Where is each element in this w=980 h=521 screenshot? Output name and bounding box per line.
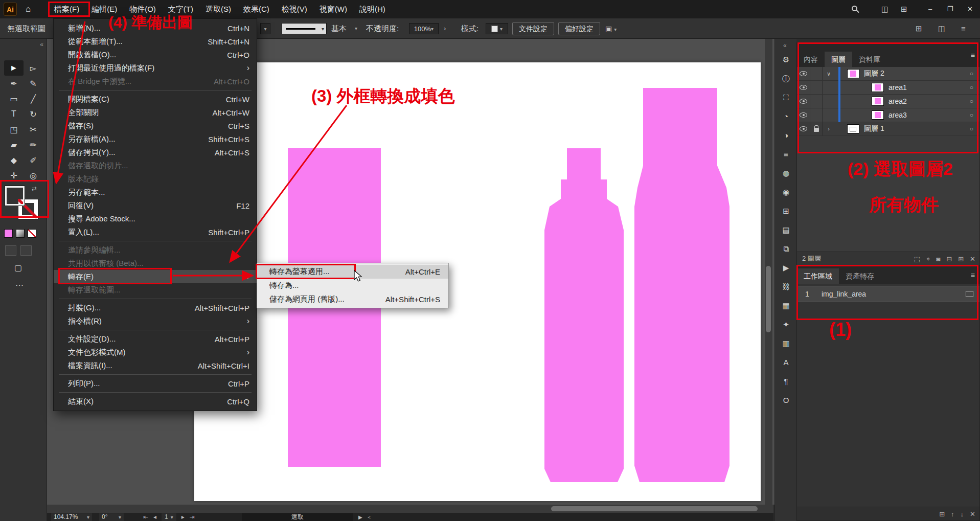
- horizontal-scrollbar[interactable]: [47, 505, 773, 513]
- gradient-tool[interactable]: ◆: [4, 152, 24, 168]
- file-menu-item[interactable]: 新增(N)...Ctrl+N: [54, 21, 257, 35]
- lock-toggle[interactable]: [810, 108, 823, 122]
- lock-toggle[interactable]: [810, 95, 823, 108]
- edit-toolbar-icon[interactable]: ⋯: [15, 280, 25, 290]
- lock-toggle[interactable]: [810, 81, 823, 94]
- artboards-panel-icon[interactable]: ▦: [780, 300, 792, 311]
- file-menu-item[interactable]: 全部關閉Alt+Ctrl+W: [54, 106, 257, 119]
- menu-type[interactable]: 文字(T): [162, 0, 199, 18]
- scissors-tool[interactable]: ✂: [24, 122, 43, 137]
- stroke-panel-icon[interactable]: ≡: [780, 149, 792, 160]
- pencil-tool[interactable]: ✏: [24, 137, 43, 152]
- swap-fill-stroke-icon[interactable]: ⇄: [32, 185, 37, 192]
- layer-row[interactable]: area3○: [797, 108, 979, 122]
- new-artboard-icon[interactable]: ⊞: [939, 507, 945, 521]
- layer-row[interactable]: area2○: [797, 95, 979, 108]
- delete-layer-icon[interactable]: ✕: [970, 252, 975, 266]
- file-menu-item[interactable]: 開啟舊檔(O)...Ctrl+O: [54, 48, 257, 61]
- character-panel-icon[interactable]: A: [780, 357, 792, 368]
- move-up-icon[interactable]: ↑: [951, 507, 954, 521]
- brush-definition-dropdown[interactable]: 基本: [331, 18, 347, 39]
- new-layer-icon[interactable]: ⊞: [958, 252, 964, 266]
- visibility-toggle[interactable]: [797, 122, 810, 135]
- preferences-button[interactable]: 偏好設定: [558, 22, 600, 35]
- visibility-toggle[interactable]: [797, 81, 810, 94]
- file-menu-item[interactable]: 儲存拷貝(Y)...Alt+Ctrl+S: [54, 146, 257, 159]
- file-menu-item[interactable]: 關閉檔案(C)Ctrl+W: [54, 93, 257, 106]
- prev-artboard-button[interactable]: ◂: [153, 513, 156, 520]
- menu-edit[interactable]: 編輯(E): [85, 0, 123, 18]
- panel-menu-icon[interactable]: ≡: [971, 51, 975, 59]
- curvature-tool[interactable]: ✎: [24, 76, 43, 91]
- opacity-value-dropdown[interactable]: 100%▾: [409, 23, 439, 34]
- chevron-right-icon[interactable]: ›: [825, 126, 833, 132]
- file-menu-item[interactable]: 轉存(E)›: [54, 270, 257, 283]
- layers-tab-2[interactable]: 資料庫: [852, 52, 887, 67]
- target-circle[interactable]: ○: [970, 125, 973, 132]
- layers-tab-1[interactable]: 圖層: [825, 52, 852, 67]
- stroke-weight-dropdown[interactable]: ▾: [260, 23, 270, 34]
- zoom-level-dropdown[interactable]: 104.17%▾: [51, 513, 92, 521]
- transform-panel-icon[interactable]: ⛶: [780, 92, 792, 103]
- artboards-tab-0[interactable]: 工作區域: [797, 268, 839, 284]
- menu-select[interactable]: 選取(S): [199, 0, 237, 18]
- locate-object-icon[interactable]: ⌖: [926, 252, 930, 266]
- color-panel-icon[interactable]: ◔: [780, 111, 792, 122]
- export-submenu-item[interactable]: 轉存為螢幕適用...Alt+Ctrl+E: [257, 265, 448, 279]
- hand-tool[interactable]: ✛: [4, 168, 24, 183]
- paintbrush-tool[interactable]: ✐: [24, 152, 43, 168]
- menu-help[interactable]: 說明(H): [353, 0, 392, 18]
- draw-behind-mode-button[interactable]: [20, 245, 32, 256]
- info-panel-icon[interactable]: ⓘ: [780, 73, 792, 84]
- menu-object[interactable]: 物件(O): [123, 0, 162, 18]
- visibility-toggle[interactable]: [797, 67, 810, 80]
- screen-mode-icon[interactable]: ▢: [14, 263, 22, 273]
- workspace-switcher-icon[interactable]: ⊞: [901, 0, 907, 18]
- layers-tab-0[interactable]: 內容: [797, 52, 825, 67]
- shaper-tool[interactable]: ▰: [4, 137, 24, 152]
- appearance-panel-icon[interactable]: ◉: [780, 187, 792, 197]
- export-submenu-item[interactable]: 儲存為網頁用 (舊版)...Alt+Shift+Ctrl+S: [257, 292, 448, 306]
- layer-row[interactable]: area1○: [797, 81, 979, 95]
- control-bar-menu-icon[interactable]: ≡: [961, 18, 966, 39]
- opentype-panel-icon[interactable]: O: [780, 395, 792, 405]
- artboard-number-dropdown[interactable]: 1▾: [162, 513, 176, 521]
- css-properties-panel-icon[interactable]: ▥: [780, 338, 792, 349]
- width-profile-dropdown[interactable]: ▾: [282, 23, 327, 34]
- draw-normal-mode-button[interactable]: [5, 245, 16, 256]
- artboard-icon[interactable]: [966, 291, 973, 297]
- layers-panel-icon[interactable]: ⧉: [780, 243, 792, 254]
- home-icon[interactable]: ⌂: [26, 0, 31, 18]
- file-menu-item[interactable]: 檔案資訊(I)...Alt+Shift+Ctrl+I: [54, 359, 257, 372]
- target-circle[interactable]: ○: [970, 84, 973, 91]
- file-menu-item[interactable]: 儲存(S)Ctrl+S: [54, 119, 257, 132]
- next-artboard-button[interactable]: ▸: [181, 513, 185, 520]
- asset-export-panel-icon[interactable]: ✦: [780, 319, 792, 330]
- menu-effect[interactable]: 效果(C): [237, 0, 276, 18]
- file-menu-item[interactable]: 列印(P)...Ctrl+P: [54, 377, 257, 390]
- file-menu-item[interactable]: 打開最近使用過的檔案(F)›: [54, 61, 257, 75]
- rotation-dropdown[interactable]: 0°▾: [99, 513, 124, 521]
- links-panel-icon[interactable]: ⛓: [780, 281, 792, 292]
- menu-window[interactable]: 視窗(W): [313, 0, 353, 18]
- line-segment-tool[interactable]: ╱: [24, 91, 43, 106]
- pen-tool[interactable]: ✒: [4, 76, 24, 91]
- selection-tool[interactable]: ►: [4, 60, 24, 76]
- minimize-button[interactable]: –: [920, 0, 940, 18]
- export-submenu-item[interactable]: 轉存為...: [257, 279, 448, 292]
- vertical-scrollbar[interactable]: [765, 39, 772, 505]
- align-options-dropdown[interactable]: ▣ ▾: [605, 18, 617, 40]
- first-artboard-button[interactable]: ⇤: [143, 513, 148, 520]
- expand-panels-icon[interactable]: «: [783, 42, 787, 49]
- panel-layout-icon[interactable]: ◫: [938, 18, 945, 39]
- collapse-toolbar-icon[interactable]: «: [40, 41, 43, 48]
- style-dropdown[interactable]: ▾: [486, 23, 508, 34]
- type-tool[interactable]: T: [4, 106, 24, 122]
- move-down-icon[interactable]: ↓: [961, 507, 964, 521]
- grid-view-icon[interactable]: ⊞: [916, 18, 922, 39]
- paragraph-panel-icon[interactable]: ¶: [780, 376, 792, 387]
- gradient-panel-icon[interactable]: ◑: [780, 130, 792, 141]
- clipping-mask-icon[interactable]: ◙: [936, 252, 940, 266]
- restore-button[interactable]: ❐: [940, 0, 960, 18]
- document-setup-button[interactable]: 文件設定: [512, 22, 554, 35]
